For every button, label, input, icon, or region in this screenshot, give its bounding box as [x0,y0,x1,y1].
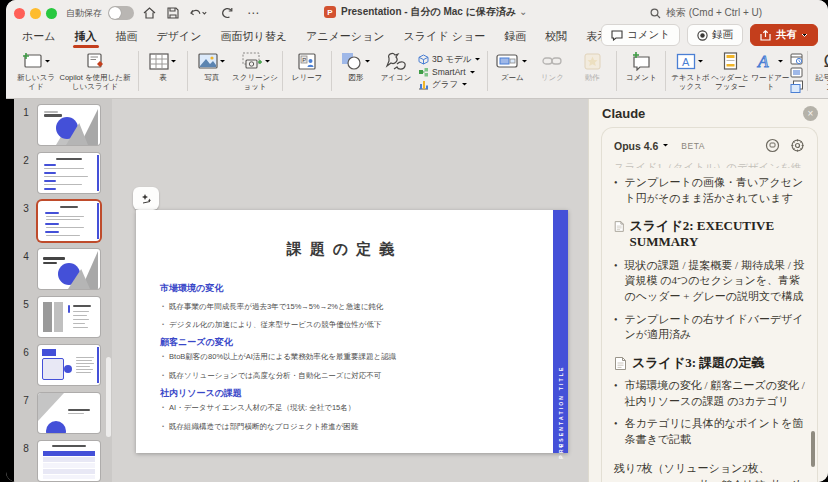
designer-button[interactable] [133,187,159,210]
document-title: Presentation - 自分の Mac に保存済み [341,6,516,17]
close-panel-icon[interactable]: × [803,106,818,121]
slide-number-icon[interactable] [790,66,803,79]
slide-thumbnail[interactable] [38,153,100,193]
slide-number: 5 [14,297,38,337]
thumbnail-item-2[interactable]: 2 [14,153,112,193]
slide-number: 8 [14,441,38,481]
slide-thumbnail[interactable] [38,249,100,289]
home-icon[interactable] [140,5,158,21]
icons-label: アイコン [381,73,412,82]
object-icon[interactable] [790,80,803,93]
claude-slide3-heading: スライド3: 課題の定義 [614,355,805,371]
chart-label: グラフ [432,79,458,91]
share-chevron-icon [801,33,808,38]
tab-insert[interactable]: 挿入 [75,29,97,44]
slide-bullet[interactable]: 既存ソリューションでは高度な分析・自動化ニーズに対応不可 [162,371,381,381]
new-comment-label: コメント [626,73,657,82]
chart-button[interactable]: グラフ [418,79,481,91]
claude-message: スライド1（タイトル）のデザインを維持 •テンプレートの画像・青いアクセント円が… [602,157,817,482]
wordart-button[interactable]: A ワードアート [750,49,790,91]
thumbnail-item-5[interactable]: 5 [14,297,112,337]
header-footer-button[interactable]: ヘッダーとフッター [710,49,750,91]
thumbnail-item-1[interactable]: 1 [14,105,112,145]
slide-thumbnail[interactable] [38,393,100,433]
comments-button[interactable]: コメント [601,24,680,46]
slide-thumbnail[interactable] [38,201,100,241]
new-slide-button[interactable]: 新しいスライド [16,49,56,91]
new-slide-icon [21,52,43,70]
date-time-icon[interactable] [790,52,803,65]
autosave-toggle[interactable] [108,6,134,20]
header-footer-icon [723,52,738,70]
undo-button[interactable] [190,5,208,21]
close-window-button[interactable] [14,8,25,19]
thumbnail-item-7[interactable]: 7 [14,393,112,433]
search-field[interactable]: 検索 (Cmd + Ctrl + U) [650,6,762,20]
tab-animations[interactable]: アニメーション [306,29,385,44]
tab-review[interactable]: 校閲 [545,29,567,44]
thumbnail-item-4[interactable]: 4 [14,249,112,289]
tab-draw[interactable]: 描画 [116,29,138,44]
slide-thumbnail[interactable] [38,297,100,337]
model-selector[interactable]: Opus 4.6 [614,140,658,152]
slide-thumbnail[interactable] [38,441,100,481]
slide-number: 7 [14,393,38,433]
slide-bullet[interactable]: 既存組織構造では部門横断的なプロジェクト推進が困難 [162,422,358,432]
slide-section-heading[interactable]: 社内リソースの課題 [160,387,242,400]
slide-section-heading[interactable]: 顧客ニーズの変化 [160,336,233,349]
slide-thumbnail[interactable] [38,105,100,145]
3d-model-button[interactable]: 3D モデル [418,54,481,66]
slide-thumbnail[interactable] [38,345,100,385]
share-button[interactable]: 共有 [750,24,818,46]
thumbnail-item-8[interactable]: 8 [14,441,112,481]
settings-gear-icon[interactable] [790,138,805,153]
slide-bullet[interactable]: デジタル化の加速により、従来型サービスの競争優位性が低下 [162,320,381,330]
minimize-window-button[interactable] [30,8,41,19]
slide-title[interactable]: 課題の定義 [136,240,553,259]
tab-transitions[interactable]: 画面切り替え [221,29,288,44]
zoom-window-button[interactable] [46,8,57,19]
model-chevron-icon [662,143,669,148]
slide-bullet[interactable]: BtoB顧客の80%以上がAI活用による業務効率化を最重要課題と認識 [162,352,396,362]
thumbnail-scrollbar[interactable] [106,357,111,437]
tab-record[interactable]: 録画 [504,29,526,44]
slide-side-bar: PRESENTATION TITLE 3 [553,210,568,453]
slide-number: 6 [14,345,38,385]
icons-button[interactable]: アイコン [376,49,416,82]
slide-section-heading[interactable]: 市場環境の変化 [160,282,223,295]
slide-bullet[interactable]: AI・データサイエンス人材の不足（現状: 全社で15名） [162,403,355,413]
powerpoint-logo-icon: P [324,6,336,18]
shapes-button[interactable]: 図形 [336,49,376,82]
current-slide[interactable]: 課題の定義 市場環境の変化 既存事業の年間成長率が過去3年で15%→5%→2%と… [136,210,568,453]
smartart-button[interactable]: SmartArt [418,67,481,78]
thumbnail-item-3-selected[interactable]: 3 [14,201,112,241]
tab-slideshow[interactable]: スライド ショー [404,29,486,44]
slide-bullet[interactable]: 既存事業の年間成長率が過去3年で15%→5%→2%と急速に鈍化 [162,302,383,312]
table-button[interactable]: 表 [143,49,183,82]
record-button[interactable]: 録画 [687,24,743,46]
tab-design[interactable]: デザイン [157,29,202,44]
redo-button[interactable] [218,5,236,21]
new-comment-button[interactable]: コメント [621,49,661,82]
group-separator [187,51,188,91]
claude-slide2-heading: スライド2: EXECUTIVE SUMMARY [614,218,805,251]
history-icon[interactable] [765,138,780,153]
document-title-chip[interactable]: P Presentation - 自分の Mac に保存済み ⌄ [324,5,527,19]
group-separator [807,51,808,91]
save-icon[interactable] [164,5,182,21]
tab-home[interactable]: ホーム [22,29,56,44]
claude-scrollbar[interactable] [811,431,815,467]
chevron-down-icon [474,57,481,62]
svg-text:A: A [682,55,690,67]
textbox-button[interactable]: A テキストボックス [670,49,710,91]
screenshot-button[interactable]: スクリーンショット [232,49,278,91]
more-commands-button[interactable]: ⋯ [244,5,262,21]
thumbnail-item-6[interactable]: 6 [14,345,112,385]
copilot-new-slide-button[interactable]: Copilot を使用した新しいスライド [56,49,134,91]
claude-bullet: 現状の課題 / 提案概要 / 期待成果 / 投資規模 の4つのセクションを、青紫… [625,258,805,305]
photo-button[interactable]: 写真 [192,49,232,82]
relief-button[interactable]: P レリーフ [287,49,327,82]
symbol-button[interactable]: Ω 記号と特殊文字 [812,49,828,91]
chevron-down-icon [469,70,476,75]
zoom-button[interactable]: ズーム [492,49,532,82]
